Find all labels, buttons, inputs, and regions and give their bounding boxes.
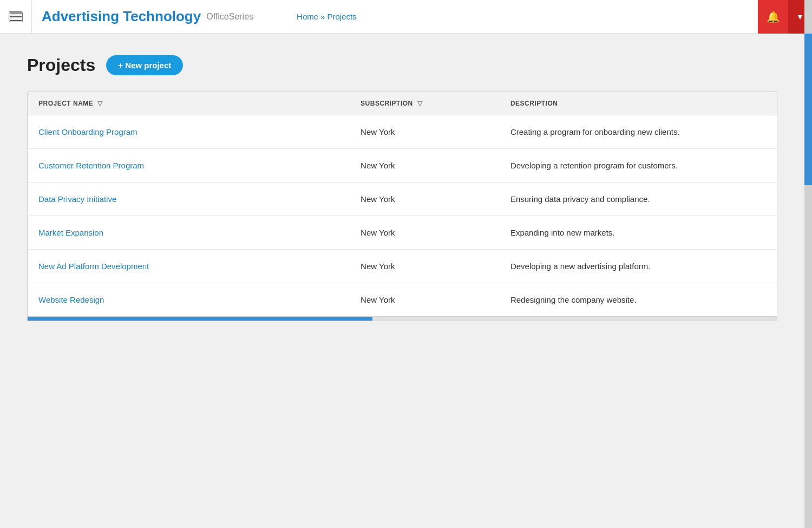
col-label-project-name: PROJECT NAME (38, 100, 93, 107)
cell-description: Expanding into new markets. (500, 216, 777, 250)
hamburger-line-3 (10, 20, 22, 21)
cell-subscription: New York (350, 283, 500, 317)
cell-subscription: New York (350, 115, 500, 149)
column-header-project-name: PROJECT NAME ▽ (28, 92, 350, 115)
project-name-link[interactable]: Client Onboarding Program (38, 127, 137, 136)
table-row: New Ad Platform DevelopmentNew YorkDevel… (28, 250, 777, 283)
table-row: Data Privacy InitiativeNew YorkEnsuring … (28, 182, 777, 216)
table-row: Customer Retention ProgramNew YorkDevelo… (28, 149, 777, 182)
header-actions: 🔔 ▼ (758, 0, 812, 34)
projects-table: PROJECT NAME ▽ SUBSCRIPTION ▽ DESCRIPTIO… (28, 92, 777, 316)
table-scrollbar-thumb[interactable] (28, 317, 372, 321)
project-name-link[interactable]: New Ad Platform Development (38, 262, 149, 271)
cell-project-name: Market Expansion (28, 216, 350, 250)
cell-description: Developing a new advertising platform. (500, 250, 777, 283)
page-header: Projects + New project (27, 55, 785, 75)
cell-project-name: Website Redesign (28, 283, 350, 317)
app-subtitle: OfficeSeries (206, 12, 253, 22)
cell-subscription: New York (350, 149, 500, 182)
breadcrumb-nav: Home » Projects (297, 12, 357, 21)
breadcrumb-projects[interactable]: Projects (327, 12, 356, 21)
header: Advertising Technology OfficeSeries Home… (0, 0, 812, 34)
cell-project-name: Data Privacy Initiative (28, 182, 350, 216)
hamburger-line-1 (10, 12, 22, 14)
filter-icon-project-name[interactable]: ▽ (97, 100, 103, 107)
cell-subscription: New York (350, 216, 500, 250)
cell-project-name: Customer Retention Program (28, 149, 350, 182)
cell-description: Creating a program for onboarding new cl… (500, 115, 777, 149)
col-label-description: DESCRIPTION (510, 100, 558, 107)
project-name-link[interactable]: Website Redesign (38, 295, 104, 304)
column-header-subscription: SUBSCRIPTION ▽ (350, 92, 500, 115)
table-header: PROJECT NAME ▽ SUBSCRIPTION ▽ DESCRIPTIO… (28, 92, 777, 115)
projects-table-container: PROJECT NAME ▽ SUBSCRIPTION ▽ DESCRIPTIO… (27, 92, 777, 321)
project-name-link[interactable]: Data Privacy Initiative (38, 194, 116, 204)
hamburger-line-2 (10, 16, 22, 17)
cell-project-name: New Ad Platform Development (28, 250, 350, 283)
table-row: Client Onboarding ProgramNew YorkCreatin… (28, 115, 777, 149)
cell-description: Developing a retention program for custo… (500, 149, 777, 182)
dropdown-chevron-icon: ▼ (796, 12, 804, 21)
cell-subscription: New York (350, 250, 500, 283)
col-label-subscription: SUBSCRIPTION (361, 100, 413, 107)
bell-icon: 🔔 (767, 10, 780, 23)
filter-icon-subscription[interactable]: ▽ (417, 100, 423, 107)
table-row: Market ExpansionNew YorkExpanding into n… (28, 216, 777, 250)
project-name-link[interactable]: Customer Retention Program (38, 161, 144, 170)
cell-description: Ensuring data privacy and compliance. (500, 182, 777, 216)
breadcrumb-separator: » (320, 12, 325, 21)
breadcrumb-home[interactable]: Home (297, 12, 318, 21)
column-header-description: DESCRIPTION (500, 92, 777, 115)
cell-description: Redesigning the company website. (500, 283, 777, 317)
page-title: Projects (27, 55, 95, 75)
notification-bell-button[interactable]: 🔔 (758, 0, 788, 34)
app-title: Advertising Technology (42, 8, 201, 25)
hamburger-menu-button[interactable] (9, 11, 23, 22)
table-header-row: PROJECT NAME ▽ SUBSCRIPTION ▽ DESCRIPTIO… (28, 92, 777, 115)
new-project-button[interactable]: + New project (106, 55, 183, 75)
page-scrollbar-thumb[interactable] (804, 34, 812, 185)
table-row: Website RedesignNew YorkRedesigning the … (28, 283, 777, 317)
main-content: Projects + New project PROJECT NAME ▽ SU… (0, 34, 812, 343)
header-divider (31, 0, 32, 34)
cell-project-name: Client Onboarding Program (28, 115, 350, 149)
table-body: Client Onboarding ProgramNew YorkCreatin… (28, 115, 777, 317)
page-scrollbar-track[interactable] (804, 0, 812, 528)
table-horizontal-scrollbar[interactable] (28, 316, 777, 321)
cell-subscription: New York (350, 182, 500, 216)
project-name-link[interactable]: Market Expansion (38, 228, 103, 237)
